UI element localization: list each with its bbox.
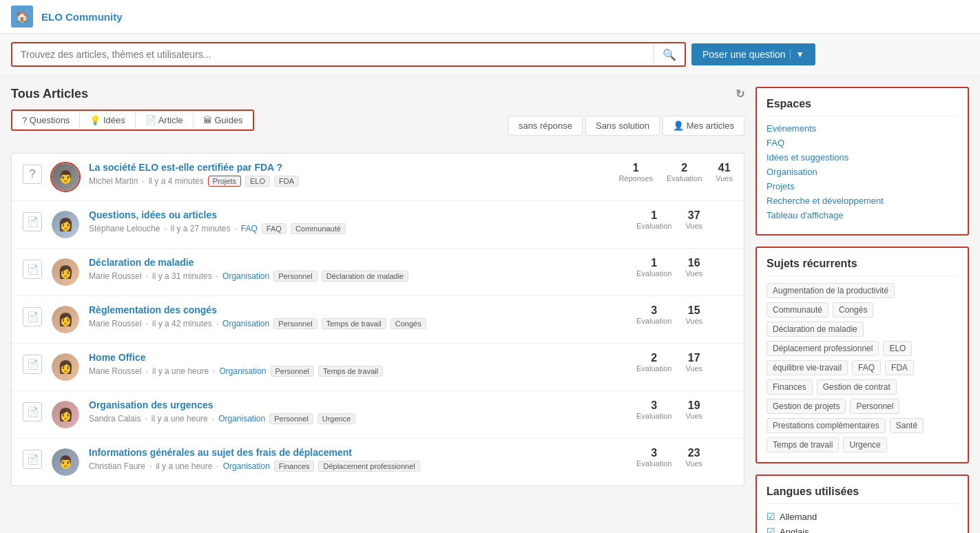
cloud-tag[interactable]: équilibre vie-travail bbox=[767, 360, 848, 375]
type-icon-article: 📄 bbox=[23, 212, 42, 231]
lang-item-allemand: ☑ Allemand bbox=[767, 511, 958, 522]
tag-faq[interactable]: FAQ bbox=[262, 223, 286, 234]
table-row: 📄 👩 Règlementation des congés Marie Rous… bbox=[12, 296, 744, 344]
cloud-tag[interactable]: Congés bbox=[833, 302, 873, 317]
article-body: Règlementation des congés Marie Roussel … bbox=[89, 304, 628, 329]
search-input[interactable] bbox=[12, 43, 654, 65]
tag-urgence[interactable]: Urgence bbox=[317, 413, 356, 424]
tag-personnel[interactable]: Personnel bbox=[271, 366, 315, 377]
article-meta: Marie Roussel · il y a une heure · Organ… bbox=[89, 366, 628, 377]
tag-fda[interactable]: FDA bbox=[274, 176, 299, 187]
sidebar-link-projets[interactable]: Projets bbox=[767, 181, 958, 191]
cloud-tag[interactable]: Augmentation de la productivité bbox=[767, 283, 895, 298]
ask-question-button[interactable]: Poser une question ▼ bbox=[691, 43, 815, 65]
sidebar-link-faq[interactable]: FAQ bbox=[767, 138, 958, 148]
filter-mes-articles[interactable]: 👤 Mes articles bbox=[663, 116, 744, 136]
tag-communaute[interactable]: Communauté bbox=[291, 223, 346, 234]
stat-vues: 17 Vues bbox=[685, 352, 702, 373]
article-title[interactable]: Organisation des urgences bbox=[89, 399, 628, 410]
tag-conges[interactable]: Congés bbox=[390, 318, 426, 329]
cloud-tag[interactable]: Finances bbox=[767, 379, 813, 395]
category-link[interactable]: Organisation bbox=[218, 414, 265, 424]
stat-vues: 41 Vues bbox=[716, 162, 733, 182]
cloud-tag[interactable]: Temps de travail bbox=[767, 437, 839, 452]
cloud-tag[interactable]: ELO bbox=[883, 341, 912, 356]
avatar-image: 👩 bbox=[52, 306, 79, 333]
tag-personnel[interactable]: Personnel bbox=[269, 413, 313, 424]
stat-num: 3 bbox=[651, 304, 657, 317]
dot-sep2: · bbox=[212, 414, 214, 424]
article-stats: 3 Evaluation 15 Vues bbox=[636, 304, 733, 325]
cloud-tag[interactable]: Communauté bbox=[767, 302, 828, 317]
cloud-tag[interactable]: Personnel bbox=[850, 399, 899, 414]
cloud-tag[interactable]: Déplacement professionnel bbox=[767, 341, 879, 356]
type-icon-article: 📄 bbox=[23, 402, 42, 421]
ask-question-caret: ▼ bbox=[790, 50, 804, 59]
refresh-icon[interactable]: ↻ bbox=[736, 87, 744, 101]
filter-sans-reponse[interactable]: sans réponse bbox=[508, 116, 583, 136]
sidebar-link-recherche[interactable]: Recherche et développement bbox=[767, 196, 958, 206]
tag-deplacement[interactable]: Déplacement professionnel bbox=[318, 461, 419, 472]
category-link[interactable]: Organisation bbox=[219, 366, 266, 376]
cloud-tag[interactable]: Gestion de contrat bbox=[817, 379, 897, 395]
sidebar-link-evenements[interactable]: Evénements bbox=[767, 123, 958, 134]
cloud-tag[interactable]: Santé bbox=[890, 418, 924, 433]
tag-temps[interactable]: Temps de travail bbox=[318, 366, 383, 377]
article-title-home-office[interactable]: Home Office bbox=[89, 352, 628, 363]
sidebar-link-tableau[interactable]: Tableau d'affichage bbox=[767, 210, 958, 220]
stat-evaluation: 1 Evaluation bbox=[636, 257, 671, 278]
article-title[interactable]: La société ELO est-elle certifiée par FD… bbox=[89, 162, 610, 173]
tab-idees[interactable]: 💡 Idées bbox=[80, 111, 135, 129]
dot-sep2: · bbox=[216, 271, 218, 281]
stat-label: Vues bbox=[685, 459, 702, 468]
stat-label: Vues bbox=[685, 269, 702, 278]
langues-box: Langues utilisées ☑ Allemand ☑ Anglais ☑… bbox=[755, 474, 969, 533]
search-button[interactable]: 🔍 bbox=[654, 44, 685, 65]
cloud-tag[interactable]: FAQ bbox=[852, 360, 881, 375]
tab-questions[interactable]: ? Questions bbox=[12, 111, 80, 129]
stat-num: 1 bbox=[633, 162, 639, 174]
tag-elo[interactable]: ELO bbox=[245, 176, 270, 187]
dot-sep2: · bbox=[213, 366, 215, 376]
langues-title: Langues utilisées bbox=[767, 485, 958, 504]
category-link[interactable]: Organisation bbox=[222, 271, 269, 281]
article-title[interactable]: Questions, idées ou articles bbox=[89, 209, 628, 220]
cloud-tag[interactable]: Déclaration de maladie bbox=[767, 322, 864, 337]
cloud-tag[interactable]: Gestion de projets bbox=[767, 399, 846, 414]
home-icon[interactable]: 🏠 bbox=[11, 6, 33, 28]
dot-sep2: · bbox=[235, 224, 237, 233]
article-title[interactable]: Déclaration de maladie bbox=[89, 257, 628, 268]
lang-item-anglais: ☑ Anglais bbox=[767, 526, 958, 533]
tag-temps[interactable]: Temps de travail bbox=[322, 318, 386, 329]
article-title[interactable]: Règlementation des congés bbox=[89, 304, 628, 315]
sidebar-link-organisation[interactable]: Organisation bbox=[767, 167, 958, 177]
tag-personnel[interactable]: Personnel bbox=[273, 271, 317, 282]
tab-guides[interactable]: 🏛 Guides bbox=[194, 111, 253, 129]
cloud-tag[interactable]: FDA bbox=[885, 360, 914, 375]
stat-vues: 19 Vues bbox=[685, 399, 702, 420]
article-meta: Stéphane Lelouche · il y a 27 minutes · … bbox=[89, 223, 628, 234]
tab-article[interactable]: 📄 Article bbox=[136, 111, 194, 129]
cloud-tag[interactable]: Prestations complémentaires bbox=[767, 418, 886, 433]
article-body: Organisation des urgences Sandra Calais … bbox=[89, 399, 628, 424]
tag-finances[interactable]: Finances bbox=[274, 461, 315, 472]
tag-projets[interactable]: Projets bbox=[208, 176, 241, 187]
stat-evaluation: 2 Evaluation bbox=[636, 352, 671, 373]
checkmark-icon: ☑ bbox=[767, 511, 775, 522]
article-meta: Michel Martin · il y a 4 minutes Projets… bbox=[89, 176, 610, 187]
article-title[interactable]: Informations générales au sujet des frai… bbox=[89, 447, 628, 458]
dot-sep: · bbox=[149, 461, 152, 471]
category-link[interactable]: Organisation bbox=[223, 461, 270, 471]
category-link[interactable]: FAQ bbox=[241, 224, 258, 233]
tag-personnel[interactable]: Personnel bbox=[273, 318, 317, 329]
category-link[interactable]: Organisation bbox=[222, 319, 269, 328]
tag-cloud: Augmentation de la productivité Communau… bbox=[767, 283, 958, 452]
tag-declaration[interactable]: Déclaration de maladie bbox=[322, 271, 409, 282]
author-name: Marie Roussel bbox=[89, 366, 142, 376]
sidebar-link-idees[interactable]: Idées et suggestions bbox=[767, 152, 958, 163]
article-body: Questions, idées ou articles Stéphane Le… bbox=[89, 209, 628, 234]
cloud-tag[interactable]: Urgence bbox=[843, 437, 886, 452]
table-row: 📄 👩 Home Office Marie Roussel · il y a u… bbox=[12, 344, 744, 391]
article-meta: Christian Faure · il y a une heure · Org… bbox=[89, 461, 628, 472]
filter-sans-solution[interactable]: Sans solution bbox=[585, 116, 660, 136]
